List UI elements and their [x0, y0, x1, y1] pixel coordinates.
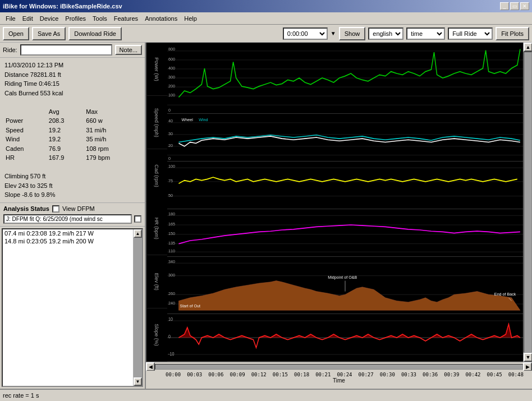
svg-text:Wind: Wind — [199, 117, 208, 122]
table-row: Speed 19.2 31 mi/h — [4, 126, 140, 135]
svg-text:Midpoint of O&B: Midpoint of O&B — [328, 275, 357, 280]
menu-tools[interactable]: Tools — [89, 14, 111, 23]
elevation-chart: 340 300 260 240 Start of Out Midpoint of… — [167, 257, 523, 314]
ride-label: Ride: — [3, 47, 17, 53]
vscroll-up-button[interactable]: ▲ — [524, 43, 532, 52]
y-label-cadence: Cad (rpm) — [146, 149, 167, 202]
row-wind-avg: 19.2 — [48, 135, 85, 144]
close-button[interactable]: ✕ — [520, 2, 529, 10]
row-hr-max: 179 bpm — [85, 153, 140, 163]
menu-annotations[interactable]: Annotations — [141, 14, 181, 23]
chart-hscrollbar[interactable]: ◀ ▶ — [146, 362, 532, 371]
show-button[interactable]: Show — [339, 27, 366, 40]
menu-bar: File Edit Device Profiles Tools Features… — [0, 12, 532, 25]
maximize-button[interactable]: ▭ — [510, 2, 519, 10]
scroll-track[interactable] — [134, 238, 142, 378]
left-panel: Ride: Note... 11/03/2010 12:13 PM Distan… — [0, 43, 146, 389]
time-select[interactable]: 0:00:00 — [283, 27, 328, 40]
download-button[interactable]: Download Ride — [68, 27, 122, 40]
y-label-elev: Elev (ft) — [146, 255, 167, 308]
analysis-section: Analysis Status View DFPM J: DFPM fit Q:… — [0, 203, 145, 227]
svg-text:0: 0 — [168, 156, 171, 161]
svg-text:135: 135 — [168, 241, 175, 246]
stat-distance: Distance 78281.81 ft — [4, 70, 140, 80]
svg-text:180: 180 — [168, 211, 175, 216]
row-power-max: 660 w — [85, 116, 140, 126]
table-row: Wind 19.2 35 mi/h — [4, 135, 140, 144]
speed-chart: 40 30 20 0 Wheel Wind — [167, 114, 523, 162]
stat-climbing: Climbing 570 ft — [4, 172, 140, 181]
svg-text:30: 30 — [168, 131, 173, 136]
menu-help[interactable]: Help — [181, 14, 200, 23]
window-controls[interactable]: _ ▭ ✕ — [500, 2, 529, 10]
svg-text:300: 300 — [168, 273, 175, 278]
svg-text:20: 20 — [168, 143, 173, 148]
display-select[interactable]: time distance — [406, 27, 445, 40]
chart-vscrollbar[interactable]: ▲ ▼ — [523, 43, 532, 362]
note-button[interactable]: Note... — [115, 45, 142, 55]
stat-slope: Slope -8.6 to 9.8% — [4, 190, 140, 200]
range-select[interactable]: Full Ride Custom — [448, 27, 493, 40]
time-label: 00:36 — [423, 372, 438, 377]
time-label: 00:45 — [487, 372, 502, 377]
title-bar: iBike for Windows: iBikeSampleRide.csv _… — [0, 0, 532, 12]
view-dfpm-checkbox[interactable] — [52, 205, 59, 213]
scroll-down-button[interactable]: ▼ — [134, 377, 142, 386]
menu-file[interactable]: File — [2, 14, 19, 23]
menu-profiles[interactable]: Profiles — [62, 14, 89, 23]
analysis-checkbox[interactable] — [134, 215, 141, 223]
list-item: 07.4 mi 0:23:08 19.2 mi/h 217 W — [3, 229, 133, 237]
col-avg: Avg — [48, 107, 85, 117]
time-label: 00:21 — [315, 372, 331, 377]
stat-elev: Elev 243 to 325 ft — [4, 181, 140, 191]
hr-chart: 180 165 150 135 110 — [167, 209, 523, 257]
svg-text:400: 400 — [168, 66, 175, 71]
units-select[interactable]: english metric — [368, 27, 403, 40]
time-label: 00:48 — [508, 372, 524, 377]
svg-text:165: 165 — [168, 222, 175, 227]
svg-text:300: 300 — [168, 75, 175, 80]
stat-riding-time: Riding Time 0:46:15 — [4, 79, 140, 89]
main-content: Ride: Note... 11/03/2010 12:13 PM Distan… — [0, 43, 532, 389]
menu-device[interactable]: Device — [36, 14, 62, 23]
stats-section: 11/03/2010 12:13 PM Distance 78281.81 ft… — [0, 58, 145, 203]
minimize-button[interactable]: _ — [500, 2, 509, 10]
time-label: 00:09 — [230, 372, 245, 377]
time-label: 00:03 — [187, 372, 202, 377]
open-button[interactable]: Open — [3, 27, 29, 40]
fitplots-button[interactable]: Fit Plots — [496, 27, 529, 40]
ride-input[interactable] — [20, 44, 112, 56]
time-label: 00:06 — [208, 372, 223, 377]
right-panel: Power (W) Speed (mph) Cad (rpm) HR (bpm) — [146, 43, 532, 389]
svg-text:110: 110 — [168, 248, 175, 253]
row-wind-label: Wind — [4, 135, 48, 144]
row-hr-label: HR — [4, 153, 48, 163]
time-label: 00:30 — [380, 372, 395, 377]
svg-text:600: 600 — [168, 57, 175, 62]
toolbar: Open Save As Download Ride 0:00:00 ▼ Sho… — [0, 25, 532, 43]
menu-edit[interactable]: Edit — [19, 14, 36, 23]
time-label: 00:12 — [251, 372, 267, 377]
row-speed-label: Speed — [4, 126, 48, 135]
vscroll-down-button[interactable]: ▼ — [524, 353, 532, 362]
hscroll-left-button[interactable]: ◀ — [146, 362, 155, 371]
data-list-wrapper: 07.4 mi 0:23:08 19.2 mi/h 217 W 14.8 mi … — [2, 228, 143, 388]
row-caden-max: 108 rpm — [85, 144, 140, 154]
time-axis-title: Time — [146, 377, 532, 384]
table-row: HR 167.9 179 bpm — [4, 153, 140, 163]
hscroll-right-button[interactable]: ▶ — [523, 362, 532, 371]
window-title: iBike for Windows: iBikeSampleRide.csv — [3, 3, 122, 10]
scroll-up-button[interactable]: ▲ — [134, 229, 142, 238]
vscroll-track[interactable] — [524, 52, 532, 353]
menu-features[interactable]: Features — [111, 14, 141, 23]
data-list-scrollbar[interactable]: ▲ ▼ — [133, 229, 142, 386]
y-axes-column: Power (W) Speed (mph) Cad (rpm) HR (bpm) — [146, 43, 167, 362]
hscroll-track[interactable] — [155, 364, 523, 370]
data-list-section: 07.4 mi 0:23:08 19.2 mi/h 217 W 14.8 mi … — [0, 227, 145, 389]
svg-text:200: 200 — [168, 84, 175, 89]
svg-marker-48 — [178, 281, 520, 311]
svg-text:End of Back: End of Back — [494, 292, 516, 297]
saveas-button[interactable]: Save As — [32, 27, 66, 40]
time-label: 00:15 — [273, 372, 288, 377]
svg-text:Start of Out: Start of Out — [180, 303, 200, 308]
